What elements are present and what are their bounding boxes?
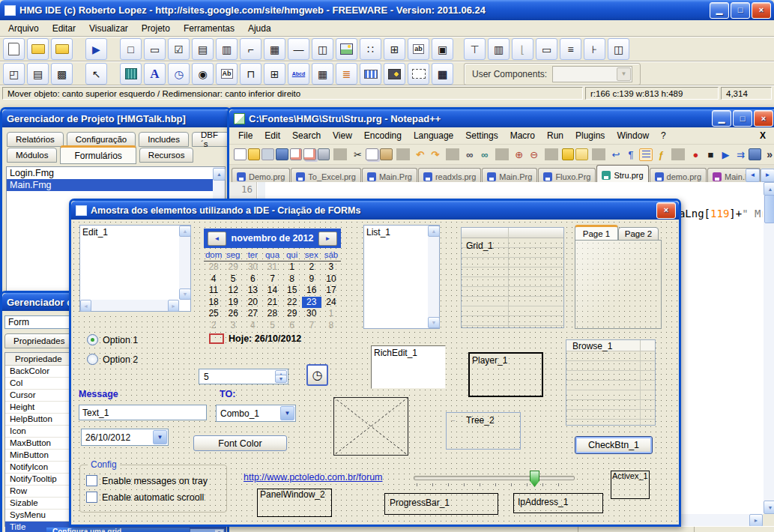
player-control[interactable]: Player_1 [468, 352, 543, 397]
calendar-today-row[interactable]: Hoje: 26/10/2012 [204, 331, 341, 344]
minimize-icon[interactable]: ▁ [712, 110, 731, 127]
calendar-day[interactable]: 6 [243, 273, 262, 285]
menu-item[interactable]: Visualizar [82, 22, 135, 35]
zoom-out-icon[interactable]: ⊖ [527, 148, 541, 161]
chevron-down-icon[interactable]: ▼ [153, 430, 167, 444]
sync-v-icon[interactable] [562, 148, 575, 160]
menu-item[interactable]: Macro [504, 129, 541, 142]
maximize-icon[interactable]: □ [731, 2, 750, 19]
calendar-day[interactable]: 1 [282, 262, 302, 273]
tab-page1[interactable]: Page 1 [575, 225, 618, 241]
calendar-day[interactable]: 29 [282, 308, 302, 320]
toolbar-button[interactable]: ▥ [216, 38, 238, 60]
macro-stop-icon[interactable]: ■ [704, 148, 717, 161]
doc-map-icon[interactable] [639, 148, 653, 161]
panel-window-control[interactable]: PanelWindow_2 [257, 489, 332, 517]
scroll-left-icon[interactable]: ◄ [80, 300, 91, 312]
separator[interactable] [545, 148, 558, 160]
toolbar-button[interactable]: ≣ [336, 63, 357, 85]
checkbox-scroll[interactable]: Enable automatic scrooll [86, 492, 204, 503]
scrollbar-thumb[interactable] [764, 195, 774, 223]
ipaddress-control[interactable]: IpAddress_1 [513, 493, 603, 513]
calendar-day[interactable]: 15 [282, 285, 302, 297]
toolbar-button[interactable]: ◰ [3, 63, 25, 85]
menu-item[interactable]: Plugins [569, 129, 611, 142]
word-wrap-icon[interactable]: ↩ [609, 148, 623, 161]
toolbar-button[interactable]: ▩ [51, 63, 73, 85]
toolbar-button[interactable]: ▦ [312, 63, 333, 85]
close-icon[interactable]: × [752, 2, 771, 19]
separator[interactable] [671, 148, 685, 160]
toolbar-button[interactable]: A [144, 63, 166, 85]
tree-control[interactable]: ┄ Tree_2 [446, 412, 521, 450]
datepicker-control[interactable]: 26/10/2012 ▼ [81, 429, 169, 446]
calendar-day[interactable]: 28 [204, 262, 223, 273]
close-doc-icon[interactable] [290, 148, 303, 160]
toolbar-button[interactable]: ⌊ [512, 38, 533, 60]
toolbar-button[interactable]: Ab [216, 63, 238, 85]
project-tab[interactable]: Includes [139, 132, 189, 147]
scroll-down-icon[interactable]: ▼ [179, 288, 191, 300]
menu-item[interactable]: Projeto [135, 22, 177, 35]
menu-item[interactable]: Run [541, 129, 569, 142]
menu-item[interactable]: Settings [459, 129, 504, 142]
project-tab[interactable]: Recursos [139, 148, 194, 163]
hint-combo-fragment[interactable]: ▼ [190, 528, 225, 532]
menu-item[interactable]: Arquivo [1, 22, 46, 35]
open-file-icon[interactable] [248, 148, 261, 160]
macro-save-icon[interactable] [749, 148, 761, 160]
separator[interactable] [592, 148, 605, 160]
toolbar-button[interactable]: ⊞ [384, 38, 405, 60]
toolbar-button[interactable] [408, 63, 429, 85]
toolbar-button[interactable]: ◫ [312, 38, 333, 60]
check-button[interactable]: CheckBtn_1 [575, 436, 653, 454]
form-title-bar[interactable]: Amostra dos elementos utilizando a IDE -… [71, 201, 679, 220]
function-list-icon[interactable]: ƒ [654, 148, 668, 161]
toolbar-button[interactable] [384, 63, 405, 85]
separator[interactable] [396, 148, 410, 160]
toolbar-button[interactable]: ≡ [560, 38, 581, 60]
save-icon[interactable] [261, 148, 274, 160]
toolbar-button[interactable] [336, 38, 357, 60]
chevron-down-icon[interactable]: ▼ [617, 67, 631, 81]
list-item[interactable]: Main.Fmg [7, 179, 225, 191]
calendar-day[interactable]: 24 [321, 297, 341, 309]
tab-page2[interactable]: Page 2 [618, 227, 659, 241]
toolbar-button[interactable]: ▤ [192, 38, 214, 60]
spin-down-icon[interactable]: ▼ [275, 375, 287, 383]
toolbar-button[interactable] [27, 38, 49, 60]
radio-option-2[interactable]: Option 2 [87, 354, 138, 365]
menu-item[interactable]: Edit [258, 129, 286, 142]
combobox-control[interactable]: Combo_1 ▼ [216, 405, 296, 422]
toolbar-button[interactable]: ▭ [144, 38, 166, 60]
slider-track[interactable] [414, 476, 575, 480]
scroll-right-icon[interactable]: ► [168, 300, 179, 312]
redo-icon[interactable]: ↷ [429, 148, 442, 161]
toolbar-button[interactable]: ▤ [27, 63, 49, 85]
toolbar-button[interactable]: ▥ [488, 38, 510, 60]
list-vscrollbar[interactable]: ▲ ▼ [428, 226, 439, 328]
menu-item[interactable]: View [327, 129, 358, 142]
save-all-icon[interactable] [276, 148, 288, 160]
calendar-day[interactable]: 19 [223, 297, 243, 309]
calendar-prev-icon[interactable]: ◄ [208, 232, 226, 246]
calendar-day[interactable]: 3 [321, 262, 341, 273]
toolbar-button[interactable]: □ [120, 38, 142, 60]
calendar-day[interactable]: 3 [223, 320, 243, 332]
maximize-icon[interactable]: □ [733, 110, 752, 127]
menu-item[interactable]: Search [286, 129, 327, 142]
separator[interactable] [333, 148, 347, 160]
minimize-icon[interactable]: ▁ [710, 2, 729, 19]
form-canvas[interactable]: Edit_1 ▲ ▼ ◄ ► ◄ novembro de 2012 ► [71, 220, 679, 525]
calendar-day[interactable]: 8 [321, 320, 341, 332]
calendar-day[interactable]: 30 [302, 308, 321, 320]
calendar-day[interactable]: 20 [243, 297, 262, 309]
toolbar-button[interactable] [120, 63, 142, 85]
undo-icon[interactable]: ↶ [414, 148, 427, 161]
toolbar-button[interactable]: ◷ [168, 63, 190, 85]
toolbar-button[interactable]: ab [408, 38, 429, 60]
progressbar-control[interactable]: ProgressBar_1 [384, 493, 498, 515]
toolbar-button[interactable] [51, 38, 73, 60]
spinner-control[interactable]: 5 ▲ ▼ [199, 369, 288, 384]
calendar-next-icon[interactable]: ► [318, 232, 337, 246]
